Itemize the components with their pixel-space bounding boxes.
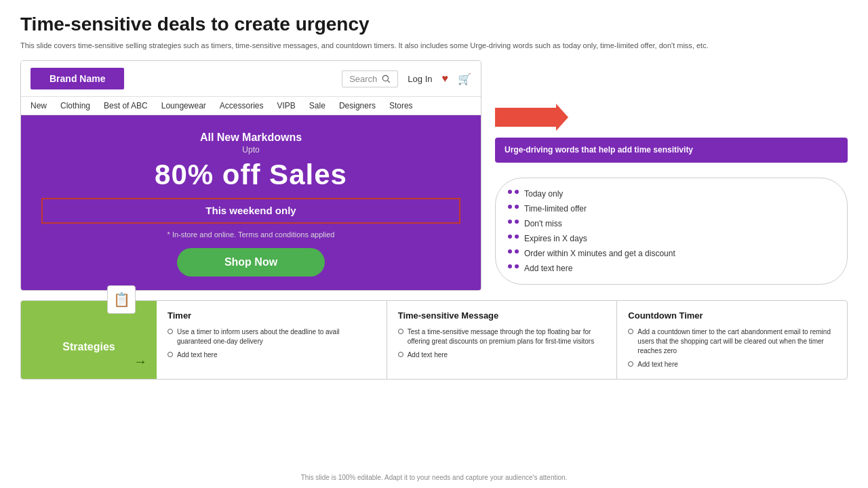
nav-item-clothing[interactable]: Clothing [60,101,90,110]
circle-bullet-6 [628,361,633,367]
bullet-icon-1 [508,190,519,194]
strategies-icon-box: 📋 [107,285,136,314]
urgency-item-2: Time-limited offer [508,204,835,214]
browser-mockup: Brand Name Search Log In ♥ 🛒 N [20,60,481,291]
urgency-item-1: Today only [508,189,835,199]
strategies-label: Strategies [62,341,115,353]
bullet-icon-2 [508,205,519,209]
strategy-title-timer: Timer [167,310,376,321]
strategies-icon: 📋 [113,291,130,308]
hero-all-new: All New Markdowns [41,131,460,144]
strategy-title-countdown: Countdown Timer [628,310,836,321]
bullet-icon-4 [508,235,519,239]
heart-icon[interactable]: ♥ [442,73,449,85]
nav-item-designers[interactable]: Designers [339,101,376,110]
strategies-wrapper: 📋 Strategies → Timer Use a timer to info… [20,300,848,380]
circle-bullet-5 [628,329,633,334]
strategy-item-timer-1: Use a timer to inform users about the de… [167,327,376,346]
nav-item-vipb[interactable]: VIPB [277,101,296,110]
circle-bullet-1 [167,329,173,334]
strategy-item-timer-2: Add text here [167,350,376,360]
circle-bullet-4 [398,352,403,357]
shop-now-button[interactable]: Shop Now [177,248,325,277]
search-container[interactable]: Search [342,70,398,87]
bullet-icon-5 [508,249,519,253]
nav-item-sale[interactable]: Sale [309,101,326,110]
strategy-col-message: Time-sensitive Message Test a time-sensi… [387,301,617,379]
brand-name-button[interactable]: Brand Name [31,68,124,89]
urgency-item-4: Expires in X days [508,234,835,243]
footer-text: This slide is 100% editable. Adapt it to… [0,474,868,481]
strategy-item-message-1: Test a time-sensitive message through th… [398,327,606,346]
hero-banner: All New Markdowns Upto 80% off Sales Thi… [21,115,481,290]
bullet-icon-3 [508,220,519,224]
hero-weekend-box: This weekend only [41,198,460,224]
strategy-item-message-2: Add text here [398,350,606,360]
strategy-item-countdown-1: Add a countdown timer to the cart abando… [628,327,836,356]
strategies-arrow-icon: → [134,354,147,369]
hero-percent: 80% off Sales [41,159,460,191]
nav-item-stores[interactable]: Stores [389,101,413,110]
page-title: Time-sensitive deals to create urgency [20,14,848,35]
strategy-list-message: Test a time-sensitive message through th… [398,327,606,360]
circle-bullet-3 [398,329,403,334]
strategy-list-timer: Use a timer to inform users about the de… [167,327,376,360]
svg-line-1 [388,81,390,83]
urgency-list: Today only Time-limited offer Don't miss [508,189,835,273]
urgency-item-5: Order within X minutes and get a discoun… [508,249,835,258]
strategy-title-message: Time-sensitive Message [398,310,606,321]
strategy-list-countdown: Add a countdown timer to the cart abando… [628,327,836,369]
strategy-col-countdown: Countdown Timer Add a countdown timer to… [616,301,847,379]
strategies-left: Strategies → [21,301,157,379]
header-right: Search Log In ♥ 🛒 [342,70,471,87]
strategy-col-timer: Timer Use a timer to inform users about … [157,301,387,379]
urgency-list-container: Today only Time-limited offer Don't miss [495,178,848,285]
nav-item-accessories[interactable]: Accessories [220,101,264,110]
strategies-content: Timer Use a timer to inform users about … [157,301,847,379]
nav-item-new[interactable]: New [31,101,47,110]
urgency-badge: Urge-driving words that help add time se… [495,138,848,163]
svg-point-0 [383,76,389,81]
circle-bullet-2 [167,352,173,357]
right-panel: Urge-driving words that help add time se… [495,60,848,291]
login-label[interactable]: Log In [408,74,432,84]
browser-header: Brand Name Search Log In ♥ 🛒 [21,61,481,97]
search-icon [381,74,391,83]
main-content: Brand Name Search Log In ♥ 🛒 N [20,60,848,291]
page-container: Time-sensitive deals to create urgency T… [0,0,868,488]
urgency-item-3: Don't miss [508,219,835,228]
page-subtitle: This slide covers time-sensitive selling… [20,41,848,51]
hero-upto: Upto [41,145,460,155]
strategy-item-countdown-2: Add text here [628,360,836,369]
bullet-icon-6 [508,264,519,268]
hero-terms: * In-store and online. Terms and conditi… [41,230,460,239]
urgency-item-6: Add text here [508,264,835,273]
nav-item-loungewear[interactable]: Loungewear [161,101,206,110]
hero-weekend-text: This weekend only [205,205,296,216]
nav-bar: New Clothing Best of ABC Loungewear Acce… [21,97,481,115]
strategies-section: Strategies → Timer Use a timer to inform… [20,300,848,380]
search-label: Search [349,74,377,84]
nav-item-best-of-abc[interactable]: Best of ABC [104,101,148,110]
cart-icon[interactable]: 🛒 [458,73,471,85]
